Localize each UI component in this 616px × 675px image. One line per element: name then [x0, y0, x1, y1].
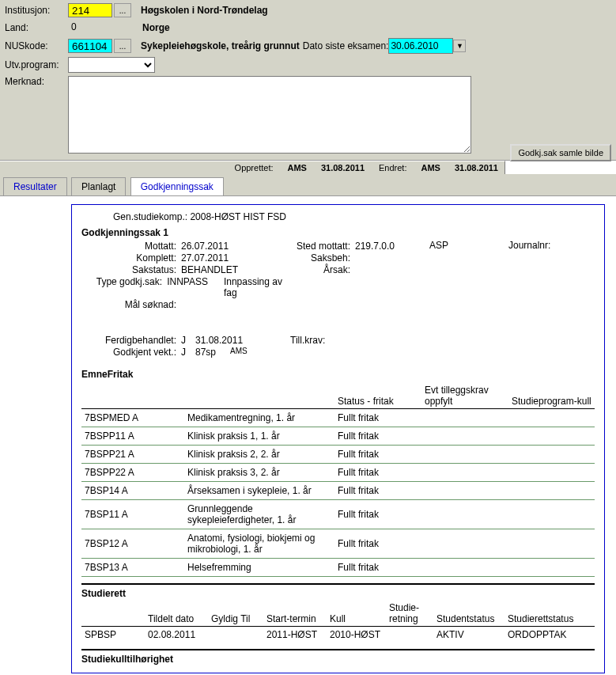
col-evt: Evt tilleggskrav oppfylt — [421, 383, 508, 409]
emne-code: 7BSP11 A — [81, 500, 184, 529]
godkvekt-sp: 87sp — [195, 347, 216, 358]
sted-value: 219.7.0.0 — [355, 241, 395, 252]
komplett-label: Komplett: — [81, 252, 176, 264]
land-label: Land: — [5, 22, 68, 33]
sakstatus-value: BEHANDLET — [181, 264, 238, 275]
emne-name: Klinisk praksis 2, 2. år — [184, 446, 334, 464]
emne-name: Årseksamen i sykepleie, 1. år — [184, 482, 334, 500]
studiekull-title: Studiekulltilhørighet — [81, 649, 595, 665]
institusjon-input[interactable] — [68, 3, 112, 17]
tillkrav-label: Till.krav: — [290, 335, 325, 346]
nuskode-input[interactable] — [68, 39, 112, 53]
arsak-label: Årsak: — [287, 264, 350, 275]
emne-code: 7BSPP21 A — [81, 446, 184, 464]
type-label: Type godkj.sak: — [81, 276, 162, 298]
emne-code: 7BSPMED A — [81, 409, 184, 427]
emne-name: Grunnleggende sykepleieferdigheter, 1. å… — [184, 500, 334, 529]
audit-info: Opprettet: AMS 31.08.2011 Endret: AMS 31… — [0, 161, 505, 174]
emne-status: Fullt fritak — [334, 529, 421, 559]
gen-studiekomp: Gen.studiekomp.: 2008-HØST HIST FSD — [113, 211, 595, 222]
ferdig-label: Ferdigbehandlet: — [81, 335, 176, 346]
chevron-down-icon[interactable]: ▼ — [453, 40, 466, 52]
studierett-title: Studierett — [81, 583, 595, 599]
mal-label: Mål søknad: — [81, 299, 176, 310]
godkj-sak-button[interactable]: Godkj.sak samle bilde — [510, 144, 611, 161]
sr-code: SPBSP — [81, 627, 145, 643]
table-row: 7BSP13 AHelsefremmingFullt fritak — [81, 559, 595, 577]
land-name: Norge — [142, 22, 170, 33]
emne-code: 7BSP14 A — [81, 482, 184, 500]
utvprogram-dropdown[interactable] — [68, 57, 155, 73]
merknad-textarea[interactable] — [68, 76, 471, 154]
tabs-bar: Resultater Planlagt Godkjenningssak — [0, 174, 616, 196]
studierett-table: Tildelt dato Gyldig Til Start-termin Kul… — [81, 601, 595, 643]
saksbeh-label: Saksbeh: — [287, 252, 350, 264]
table-row: 7BSP12 AAnatomi, fysiologi, biokjemi og … — [81, 529, 595, 559]
sr-gyldig — [208, 627, 263, 643]
land-value: 0 — [68, 21, 112, 35]
emne-name: Helsefremming — [184, 559, 334, 577]
emne-code: 7BSPP22 A — [81, 464, 184, 482]
journalnr-label: Journalnr: — [508, 240, 550, 251]
institusjon-lookup-button[interactable]: ... — [114, 3, 131, 17]
endret-label: Endret: — [379, 163, 406, 173]
emne-status: Fullt fritak — [334, 559, 421, 577]
merknad-label: Merknad: — [5, 76, 68, 87]
nuskode-name: Sykepleiehøgskole, treårig grunnut — [141, 40, 300, 51]
sr-retning — [386, 627, 433, 643]
sr-start: 2011-HØST — [263, 627, 327, 643]
opprettet-by: AMS — [288, 163, 307, 173]
tab-resultater[interactable]: Resultater — [3, 177, 67, 195]
komplett-value: 27.07.2011 — [181, 252, 229, 264]
table-row: 7BSPMED AMedikamentregning, 1. årFullt f… — [81, 409, 595, 427]
case-title: Godkjenningssak 1 — [81, 227, 595, 238]
emne-status: Fullt fritak — [334, 464, 421, 482]
emne-code: 7BSP13 A — [81, 559, 184, 577]
content-box: Gen.studiekomp.: 2008-HØST HIST FSD Godk… — [71, 204, 605, 673]
emne-status: Fullt fritak — [334, 500, 421, 529]
emne-status: Fullt fritak — [334, 427, 421, 446]
godkvekt-by: AMS — [230, 347, 248, 358]
emne-name: Anatomi, fysiologi, biokjemi og mikrobio… — [184, 529, 334, 559]
ferdig-j: J — [181, 335, 186, 346]
tab-planlagt[interactable]: Planlagt — [71, 177, 126, 195]
type-desc: Innpassing av fag — [224, 276, 287, 298]
dato-siste-dropdown[interactable]: 30.06.2010 — [388, 38, 453, 54]
emnefritak-title: EmneFritak — [81, 369, 595, 380]
dato-siste-label: Dato siste eksamen: — [303, 40, 389, 51]
endret-by: AMS — [421, 163, 440, 173]
emne-status: Fullt fritak — [334, 409, 421, 427]
mottatt-value: 26.07.2011 — [181, 241, 229, 252]
row-utvprogram: Utv.program: — [5, 57, 611, 73]
asp-value: ASP — [429, 240, 448, 251]
godkvekt-label: Godkjent vekt.: — [81, 347, 176, 358]
sr-tildelt: 02.08.2011 — [145, 627, 208, 643]
emne-code: 7BSPP11 A — [81, 427, 184, 446]
col-gyldig: Gyldig Til — [208, 601, 263, 627]
col-status: Status - fritak — [334, 383, 421, 409]
col-studentstatus: Studentstatus — [433, 601, 505, 627]
col-retning: Studie- retning — [386, 601, 433, 627]
institusjon-label: Institusjon: — [5, 5, 68, 16]
dato-siste-value: 30.06.2010 — [391, 40, 438, 51]
emne-code: 7BSP12 A — [81, 529, 184, 559]
nuskode-label: NUSkode: — [5, 40, 68, 51]
table-row: 7BSP11 AGrunnleggende sykepleieferdighet… — [81, 500, 595, 529]
endret-date: 31.08.2011 — [455, 163, 498, 173]
row-merknad: Merknad: — [5, 76, 611, 154]
ferdig-date: 31.08.2011 — [195, 335, 243, 346]
row-land: Land: 0 Norge — [5, 21, 611, 35]
sted-label: Sted mottatt: — [287, 241, 350, 252]
col-tildelt: Tildelt dato — [145, 601, 208, 627]
tab-godkjenningssak[interactable]: Godkjenningssak — [130, 177, 224, 195]
sr-studierettstatus: ORDOPPTAK — [505, 627, 595, 643]
emne-status: Fullt fritak — [334, 482, 421, 500]
col-kull: Kull — [327, 601, 386, 627]
sr-studentstatus: AKTIV — [433, 627, 505, 643]
table-row: 7BSPP22 AKlinisk praksis 3, 2. årFullt f… — [81, 464, 595, 482]
table-row: 7BSPP11 AKlinisk praksis 1, 1. årFullt f… — [81, 427, 595, 446]
opprettet-label: Opprettet: — [235, 163, 274, 173]
nuskode-lookup-button[interactable]: ... — [114, 39, 131, 53]
col-start: Start-termin — [263, 601, 327, 627]
opprettet-date: 31.08.2011 — [321, 163, 365, 173]
